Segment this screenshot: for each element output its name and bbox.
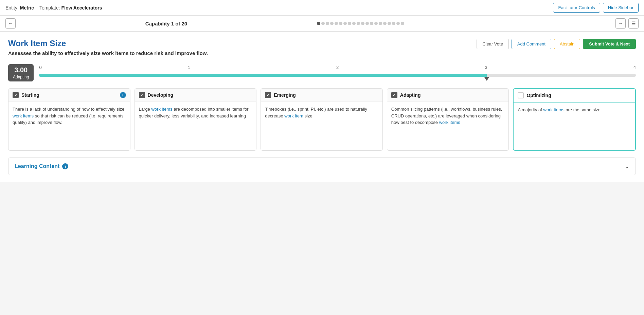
level-card-header-emerging: Emerging [261,89,382,102]
learning-content-header[interactable]: Learning Content i ⌄ [8,158,636,175]
progress-dot-1[interactable] [321,22,325,25]
progress-dot-9[interactable] [357,22,360,25]
facilitator-controls-button[interactable]: Facilitator Controls [553,3,600,13]
top-bar-actions: Facilitator Controls Hide Sidebar [553,3,639,13]
list-view-button[interactable]: ☰ [628,18,639,29]
progress-dot-10[interactable] [361,22,364,25]
main-content: Work Item Size Assesses the ability to e… [0,32,644,182]
level-card-header-developing: Developing [135,89,256,102]
learning-content-chevron: ⌄ [624,163,629,170]
level-card-body-emerging: Timeboxes (i.e., sprint, PI, etc.) are u… [261,102,382,149]
progress-dot-6[interactable] [343,22,347,25]
slider-track [39,74,636,77]
level-name-optimizing: Optimizing [526,93,631,98]
level-cards: StartingiThere is a lack of understandin… [8,88,636,151]
progress-dots [317,22,613,25]
abstain-button[interactable]: Abstain [554,39,580,49]
progress-dot-12[interactable] [370,22,373,25]
template-value: Flow Accelerators [61,5,102,11]
level-card-starting[interactable]: StartingiThere is a lack of understandin… [8,88,130,151]
level-checkbox-optimizing[interactable] [518,92,524,98]
progress-dot-19[interactable] [401,22,404,25]
level-checkbox-adapting[interactable] [391,92,397,98]
progress-dot-2[interactable] [326,22,329,25]
level-body-text: Timeboxes (i.e., sprint, PI, etc.) are u… [265,107,367,118]
progress-dot-4[interactable] [335,22,338,25]
score-badge: 3.00 Adapting [8,64,34,81]
top-bar: Entity: Metric Template: Flow Accelerato… [0,0,644,16]
progress-dot-0[interactable] [317,22,320,25]
level-card-optimizing[interactable]: OptimizingA majority of work items are t… [513,88,636,151]
level-checkbox-emerging[interactable] [265,92,271,98]
level-card-header-optimizing: Optimizing [514,89,635,103]
learning-content-title: Learning Content i [15,163,68,169]
progress-dot-18[interactable] [396,22,400,25]
level-body-text: A majority of [518,107,543,112]
entity-label: Entity: [5,5,19,11]
clear-vote-button[interactable]: Clear Vote [477,39,509,49]
progress-dot-14[interactable] [379,22,382,25]
level-card-body-developing: Large work items are decomposed into sma… [135,102,256,149]
prev-capability-button[interactable]: ← [5,18,16,29]
capability-nav: ← Capability 1 of 20 → ☰ [0,16,644,32]
entity-template-info: Entity: Metric Template: Flow Accelerato… [5,5,102,11]
level-name-developing: Developing [148,92,252,98]
slider-label-3: 3 [485,65,487,70]
progress-dot-13[interactable] [374,22,378,25]
capability-title-section: Work Item Size Assesses the ability to e… [8,39,208,56]
level-checkbox-developing[interactable] [139,92,145,98]
progress-dot-11[interactable] [365,22,369,25]
progress-dot-17[interactable] [392,22,395,25]
capability-counter: Capability 1 of 20 [18,21,314,26]
level-info-icon-starting[interactable]: i [120,92,126,98]
level-card-adapting[interactable]: AdaptingCommon slicing patterns (i.e., w… [387,88,509,151]
level-body-link-developing[interactable]: work items [151,107,172,112]
submit-vote-button[interactable]: Submit Vote & Next [583,39,636,49]
next-capability-button[interactable]: → [615,18,626,29]
learning-content-label: Learning Content [15,163,59,169]
slider-fill [39,74,486,77]
level-body-text: Large [139,107,151,112]
level-card-header-adapting: Adapting [387,89,509,102]
level-body-link-adapting[interactable]: work items [439,120,460,125]
level-body-link-starting[interactable]: work items [13,113,34,118]
progress-dot-3[interactable] [330,22,334,25]
progress-dot-15[interactable] [383,22,387,25]
slider-label-1: 1 [188,65,190,70]
learning-content-section: Learning Content i ⌄ [8,158,636,175]
slider-container[interactable]: 0 1 2 3 4 [39,64,636,78]
slider-label-4: 4 [633,65,636,70]
entity-value: Metric [20,5,34,11]
capability-header: Work Item Size Assesses the ability to e… [8,39,636,56]
level-body-text: There is a lack of understanding of how … [13,107,124,112]
progress-dot-7[interactable] [348,22,351,25]
level-checkbox-starting[interactable] [13,92,19,98]
level-card-body-optimizing: A majority of work items are the same si… [514,103,635,150]
level-name-emerging: Emerging [274,92,378,98]
level-name-adapting: Adapting [400,92,505,98]
progress-dot-8[interactable] [352,22,356,25]
slider-thumb [484,77,489,81]
level-name-starting: Starting [21,92,117,98]
slider-label-0: 0 [39,65,41,70]
action-buttons: Clear Vote Add Comment Abstain Submit Vo… [477,39,636,49]
level-card-developing[interactable]: DevelopingLarge work items are decompose… [135,88,257,151]
level-card-body-adapting: Common slicing patterns (i.e., workflows… [387,102,509,149]
hide-sidebar-button[interactable]: Hide Sidebar [603,3,639,13]
progress-dot-5[interactable] [339,22,342,25]
level-card-header-starting: Startingi [8,89,130,102]
level-body-text: size [303,113,312,118]
slider-section: 3.00 Adapting 0 1 2 3 4 [8,64,636,81]
level-body-text: are the same size [565,107,601,112]
template-label: Template: [39,5,60,11]
level-body-link-emerging[interactable]: work item [284,113,303,118]
progress-dot-16[interactable] [388,22,391,25]
score-label: Adapting [13,75,29,79]
learning-content-info-icon: i [62,163,68,169]
slider-labels: 0 1 2 3 4 [39,65,636,70]
capability-description: Assesses the ability to effectively size… [8,50,208,56]
add-comment-button[interactable]: Add Comment [512,39,551,49]
level-card-emerging[interactable]: EmergingTimeboxes (i.e., sprint, PI, etc… [261,88,383,151]
slider-track-wrap[interactable] [39,72,636,78]
level-body-link-optimizing[interactable]: work items [543,107,565,112]
